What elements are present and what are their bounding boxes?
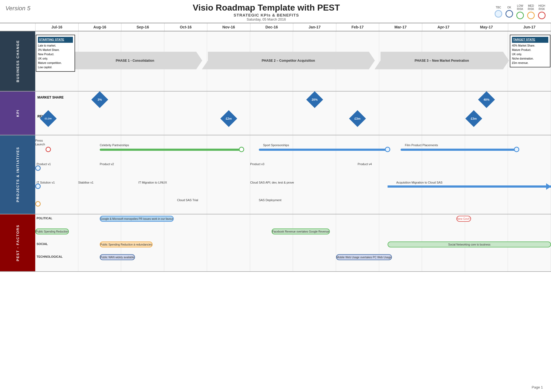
prodv1-label: Product v1 — [37, 162, 51, 166]
target-state-text: 40% Market Share.Mature Product.UK only.… — [512, 44, 548, 65]
ms-diamond-1: 3% — [94, 94, 106, 106]
page-wrapper: Version 5 Visio Roadmap Template with PE… — [0, 0, 551, 272]
med-risk-circle — [527, 12, 535, 19]
legend-block: TBC OK LOWRISK MEDRISK HIGHRISK — [495, 4, 546, 19]
prodv4-label: Product v4 — [357, 162, 372, 166]
version-label: Version 5 — [5, 5, 38, 12]
month-apr17: Apr-17 — [422, 23, 465, 31]
sport-end-circle — [385, 147, 390, 152]
kpi-section-label: KPI — [0, 92, 35, 135]
csasapi-label: Cloud SAS API; dev, test & prove — [250, 181, 294, 184]
pest-rel: POLITICAL Google & Microsoft monopolies … — [35, 214, 551, 271]
subtitle: STRATEGIC KPIs & BENEFITS — [38, 13, 495, 17]
celebrity-label: Celebrity Partnerships — [100, 143, 129, 147]
itmig-label: IT Migration to LINUX — [138, 181, 167, 184]
tech-bar-1: Public WAN widely available — [100, 254, 135, 260]
economical-bar-2: Facebook Revenue overtakes Google Revenu… — [272, 228, 330, 234]
sasdep-circle — [35, 201, 41, 207]
film-bar — [401, 149, 517, 151]
bc-content: STARTING STATE Late to market.3% Market … — [35, 31, 551, 91]
social-bar-2: Social Networking core to business — [388, 241, 551, 247]
pest-content: POLITICAL Google & Microsoft monopolies … — [35, 214, 551, 271]
technological-label: TECHNOLOGICAL — [37, 255, 63, 258]
month-jan17: Jan-17 — [293, 23, 336, 31]
ms-diamond-2: 20% — [309, 94, 321, 106]
bc-section-label: BUSINESS CHANGE — [0, 31, 35, 91]
business-change-section: BUSINESS CHANGE STARTING STATE Late to m… — [0, 31, 551, 92]
starting-state-title: STARTING STATE — [38, 37, 73, 43]
sasdep-label: SAS Deployment — [259, 198, 282, 202]
csasapi-circle — [35, 184, 41, 189]
target-state-title: TARGET STATE — [512, 37, 548, 43]
projects-rel: PressLaunch Celebrity Partnerships Sport… — [35, 135, 551, 214]
sport-label: Sport Sponsorships — [263, 143, 289, 147]
page-footer: Page 1 — [532, 385, 543, 389]
low-risk-circle — [516, 12, 524, 19]
months-cells: Jul-16 Aug-16 Sep-16 Oct-16 Nov-16 Dec-1… — [35, 23, 551, 31]
kpi-content: MARKET SHARE 3% 20% 40% — [35, 92, 551, 135]
rev-diamond-1: £1.2m — [42, 113, 54, 125]
date-label: Saturday, 05 March 2016 — [38, 17, 495, 21]
month-jun17: Jun-17 — [508, 23, 551, 31]
months-spacer — [0, 23, 35, 31]
press-launch-circle — [46, 147, 51, 152]
celebrity-bar — [100, 149, 241, 151]
month-sep16: Sep-16 — [121, 23, 165, 31]
rev-diamond-2: £2m — [223, 113, 235, 125]
prodv4-circle — [35, 165, 41, 171]
social-bar-1: Public Spending Reduction à redundancies — [100, 241, 153, 247]
rev-diamond-4: £3m — [468, 113, 480, 125]
legend-ok: OK — [505, 6, 513, 18]
stab-label: Stabilise v1 — [78, 181, 94, 184]
month-feb17: Feb-17 — [336, 23, 379, 31]
month-may17: May-17 — [465, 23, 508, 31]
target-state-box: TARGET STATE 40% Market Share.Mature Pro… — [510, 35, 550, 67]
celebrity-end-circle — [239, 147, 244, 152]
political-bar-2: New Govt? — [456, 216, 471, 222]
projects-content: PressLaunch Celebrity Partnerships Sport… — [35, 135, 551, 214]
tech-bar-2: Mobile Web Usage overtakes PC Web Usage — [336, 254, 392, 260]
legend-high-risk: HIGHRISK — [538, 4, 546, 19]
month-aug16: Aug-16 — [79, 23, 122, 31]
acqmig-bar — [388, 185, 551, 188]
starting-state-box: STARTING STATE Late to market.3% Market … — [36, 35, 75, 72]
social-label: SOCIAL — [37, 242, 48, 246]
main-title: Visio Roadmap Template with PEST — [38, 3, 495, 13]
prodv3-label: Product v3 — [250, 162, 265, 166]
title-block: Visio Roadmap Template with PEST STRATEG… — [38, 3, 495, 21]
month-jul16: Jul-16 — [35, 23, 79, 31]
phases-container: PHASE 1 - Consolidation PHASE 2 – Compet… — [75, 50, 509, 71]
economical-bar-1: Public Spending Reduction — [35, 228, 69, 234]
phase2-arrow: PHASE 2 – Competitor Acquisition — [202, 52, 375, 69]
pest-section-label: PEST - FACTORS — [0, 214, 35, 271]
month-oct16: Oct-16 — [165, 23, 208, 31]
header: Version 5 Visio Roadmap Template with PE… — [0, 0, 551, 23]
rev-diamond-3: £3m — [352, 113, 363, 125]
market-share-label: MARKET SHARE — [37, 96, 64, 99]
projects-section: PROJECTS & INITIATIVES PressLaunch Celeb… — [0, 135, 551, 214]
legend-tbc: TBC — [495, 6, 502, 18]
phase1-arrow: PHASE 1 - Consolidation — [75, 52, 202, 69]
acqmig-label: Acquisition Migration to Cloud SAS — [396, 181, 443, 184]
page-number: Page 1 — [532, 385, 543, 389]
starting-state-text: Late to market.3% Market Share.New Produ… — [38, 44, 73, 70]
months-row: Jul-16 Aug-16 Sep-16 Oct-16 Nov-16 Dec-1… — [0, 23, 551, 31]
month-mar17: Mar-17 — [379, 23, 422, 31]
acqmig-arrow-head — [546, 183, 551, 190]
month-nov16: Nov-16 — [207, 23, 250, 31]
kpi-section: KPI MARKET SHARE 3% 20% — [0, 92, 551, 135]
csastrial-label: Cloud SAS Trial — [177, 198, 198, 202]
itsol-label: IT Solution v1 — [37, 181, 55, 184]
projects-section-label: PROJECTS & INITIATIVES — [0, 135, 35, 214]
prodv2-label: Product v2 — [100, 162, 114, 166]
month-dec16: Dec-16 — [250, 23, 294, 31]
political-label: POLITICAL — [37, 217, 52, 220]
film-end-circle — [514, 147, 519, 152]
phase3-arrow: PHASE 3 – New Market Penetration — [375, 52, 509, 69]
ms-diamond-3: 40% — [481, 94, 492, 106]
high-risk-circle — [538, 12, 546, 19]
legend-low-risk: LOWRISK — [516, 4, 524, 19]
press-launch-label: PressLaunch — [35, 139, 45, 146]
pest-section: PEST - FACTORS POLITICAL Google & Micros… — [0, 214, 551, 272]
film-label: Film Product Placements — [405, 143, 438, 147]
